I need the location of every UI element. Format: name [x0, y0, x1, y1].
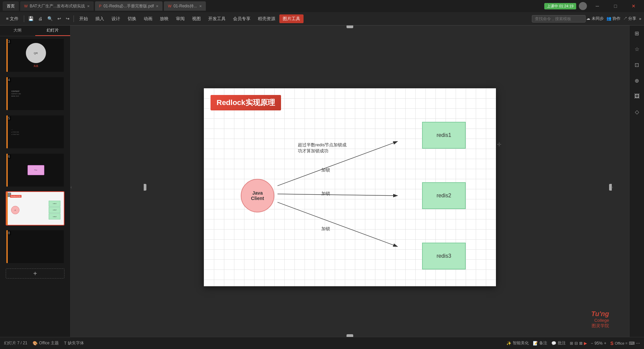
- slide4-line2: SUBTEXT LINE: [11, 93, 60, 95]
- comments-button[interactable]: 💬 批注: [551, 340, 566, 346]
- tab-bat-label: BAT大厂生产...发布布式锁实战: [30, 3, 85, 9]
- menu-dev[interactable]: 开发工具: [205, 14, 229, 23]
- keyboard-icon[interactable]: ⌨: [629, 341, 635, 346]
- zoom-in-button[interactable]: +: [604, 341, 606, 346]
- tab-bat-close[interactable]: ✕: [87, 4, 90, 8]
- right-shapes-icon[interactable]: ◇: [633, 107, 641, 117]
- slide-title-text: Redlock实现原理: [217, 98, 275, 107]
- slide-title-banner[interactable]: Redlock实现原理: [211, 95, 281, 110]
- close-button[interactable]: ✕: [626, 0, 641, 12]
- right-crop-icon[interactable]: ⊡: [633, 60, 641, 70]
- live-time: 01:24:19: [559, 4, 573, 8]
- search-input[interactable]: [532, 15, 586, 22]
- bottom-resize-handle[interactable]: [347, 334, 353, 337]
- watermark-logo: Tu'ng: [591, 310, 609, 318]
- tab-home-label: 首页: [7, 3, 15, 9]
- tab-pdf2-icon: W: [168, 4, 171, 8]
- watermark: Tu'ng College 图灵学院: [591, 310, 609, 329]
- theme-button[interactable]: 🎨 Office 主题: [33, 340, 58, 346]
- slide-indicator-4: [6, 77, 8, 110]
- minimize-button[interactable]: ─: [590, 0, 605, 12]
- redis-box-2: redis2: [422, 182, 466, 209]
- watermark-college-en: College: [591, 318, 609, 323]
- sidebar-tab-slides[interactable]: 幻灯片: [35, 26, 71, 36]
- sorter-view-button[interactable]: ⊟: [574, 341, 578, 346]
- zoom-out-button[interactable]: −: [591, 341, 593, 346]
- slide-thumb-3[interactable]: 3 QR 凤凰: [6, 38, 64, 72]
- tab-pdf2[interactable]: W 01-Redis持... ✕: [164, 1, 205, 11]
- annotation-top-line1: 超过半数redis节点加锁成: [298, 142, 347, 148]
- slide-thumb-5[interactable]: 5 ··· ● ITEM ONE ● ITEM TWO: [6, 115, 64, 149]
- menu-shell[interactable]: 稻壳资源: [255, 14, 279, 23]
- java-client-line1: Java: [252, 190, 263, 196]
- add-slide-button[interactable]: +: [6, 268, 64, 279]
- notes-icon: 📝: [533, 341, 538, 346]
- sync-status[interactable]: ☁ 未同步: [586, 16, 603, 21]
- left-resize-handle[interactable]: [144, 184, 146, 191]
- tab-bat-icon: W: [24, 4, 28, 8]
- missing-font-label: 缺失字体: [68, 340, 84, 346]
- redis-box-3: redis3: [422, 243, 466, 269]
- wps-area: S Office = ⌨ ⋯: [610, 341, 640, 346]
- more-btn[interactable]: »: [639, 16, 641, 21]
- right-resize-handle[interactable]: [609, 184, 612, 191]
- tab-pdf1-close[interactable]: ✕: [156, 4, 158, 8]
- print-icon[interactable]: 🖨: [36, 15, 45, 22]
- menu-separator-1: [24, 15, 24, 22]
- view-mode-buttons: ⊞ ⊟ ⊠ ▶: [570, 341, 587, 346]
- reading-view-button[interactable]: ⊠: [579, 341, 583, 346]
- slide-thumb-6[interactable]: 6 Flow: [6, 153, 64, 187]
- wand-icon: ✨: [506, 341, 511, 346]
- normal-view-button[interactable]: ⊞: [570, 341, 573, 346]
- notes-button[interactable]: 📝 备注: [533, 340, 547, 346]
- undo-icon[interactable]: ↩: [55, 15, 63, 22]
- menu-animation[interactable]: 动画: [140, 14, 156, 23]
- slide-canvas-8: [6, 230, 64, 263]
- tab-pdf1-label: 01-Redis必...手册完整版.pdf: [103, 3, 154, 9]
- menu-insert[interactable]: 插入: [92, 14, 107, 23]
- right-layout-icon[interactable]: ⊞: [633, 28, 641, 39]
- save-icon[interactable]: 💾: [26, 15, 36, 22]
- redo-icon[interactable]: ↪: [64, 15, 72, 22]
- menu-picture-tools[interactable]: 图片工具: [279, 14, 304, 23]
- tab-pdf2-close[interactable]: ✕: [199, 4, 202, 8]
- menu-vip[interactable]: 会员专享: [230, 14, 254, 23]
- slide7-redis2-mini: redis2: [49, 207, 60, 213]
- office-label: Office =: [615, 341, 628, 345]
- slide-thumb-8[interactable]: 8: [6, 230, 64, 264]
- menu-transition[interactable]: 切换: [124, 14, 140, 23]
- slide-thumb-7[interactable]: 7 Redlock实现 JC redis1 redis2 redis3: [6, 191, 64, 226]
- java-client: Java Client: [241, 179, 274, 212]
- right-star-icon[interactable]: ☆: [633, 44, 641, 54]
- menu-start[interactable]: 开始: [76, 14, 91, 23]
- annotation-lock2: 加锁: [321, 191, 330, 197]
- maximize-button[interactable]: □: [608, 0, 623, 12]
- content-area: ‹ › Redlock实现原理: [71, 26, 629, 349]
- slide7-redis1-mini: redis1: [49, 201, 60, 207]
- more-tools-icon[interactable]: ⋯: [636, 341, 640, 346]
- sidebar-tab-outline[interactable]: 大纲: [0, 26, 35, 36]
- tab-bat[interactable]: W BAT大厂生产...发布布式锁实战 ✕: [20, 1, 94, 11]
- right-image-icon[interactable]: 🖼: [632, 91, 642, 101]
- collab-btn[interactable]: 👥 协作: [606, 16, 620, 21]
- user-avatar[interactable]: [579, 2, 587, 10]
- main-layout: 大纲 幻灯片 3 QR 凤凰 4 CONTENT: [0, 26, 644, 349]
- menu-slideshow[interactable]: 放映: [156, 14, 172, 23]
- tab-home[interactable]: 首页: [3, 1, 19, 11]
- slide-canvas-6: Flow: [6, 154, 64, 187]
- right-globe-icon[interactable]: ⊕: [633, 76, 641, 86]
- menu-file[interactable]: ≡ 文件: [3, 14, 22, 23]
- preview-icon[interactable]: 🔍: [45, 15, 55, 22]
- title-controls: 上课中 01:24:19 ─ □ ✕: [544, 0, 641, 12]
- menu-design[interactable]: 设计: [108, 14, 124, 23]
- slide4-line1: CONTENT: [11, 90, 60, 92]
- menu-view[interactable]: 视图: [189, 14, 204, 23]
- share-btn[interactable]: ↗ 分享: [623, 16, 636, 21]
- slide-thumb-4[interactable]: 4 CONTENT SUBTEXT LINE MORE TEXT: [6, 77, 64, 111]
- tab-pdf1[interactable]: P 01-Redis必...手册完整版.pdf ✕: [95, 1, 163, 11]
- menu-review[interactable]: 审阅: [173, 14, 188, 23]
- slideshow-button[interactable]: ▶: [584, 341, 587, 346]
- missing-font-button[interactable]: T 缺失字体: [64, 340, 84, 346]
- top-resize-handle[interactable]: [347, 26, 353, 28]
- smart-beautify-button[interactable]: ✨ 智能美化: [506, 340, 529, 346]
